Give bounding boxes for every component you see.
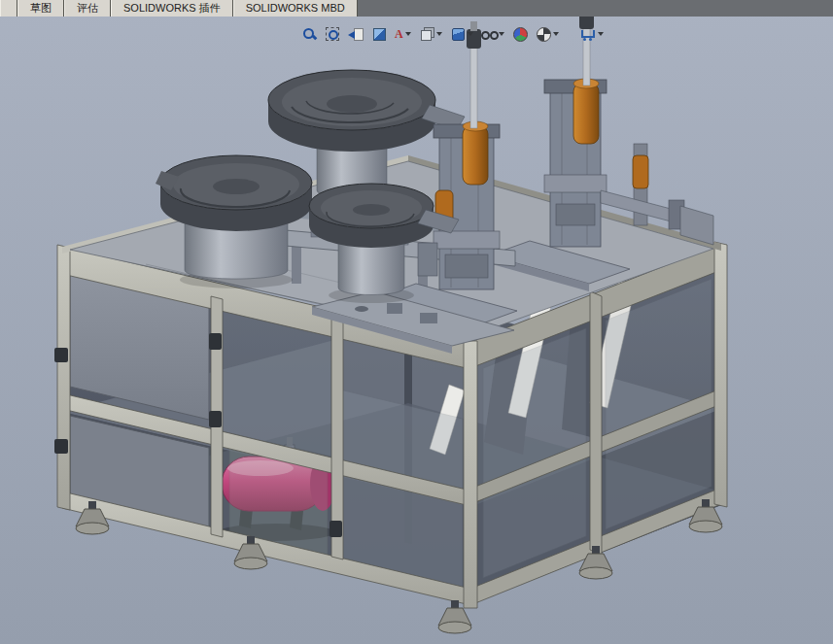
heads-up-toolbar: A — [299, 23, 606, 45]
display-style-icon[interactable] — [448, 23, 475, 45]
tab-label: 草图 — [30, 2, 52, 14]
dropdown-caret[interactable] — [598, 32, 604, 36]
dropdown-caret[interactable] — [499, 32, 504, 36]
icon-glyph — [481, 26, 497, 42]
zoom-fit-icon[interactable] — [299, 23, 319, 45]
zoom-area-icon[interactable] — [323, 23, 342, 45]
dropdown-caret[interactable] — [553, 32, 559, 36]
previous-view-icon[interactable] — [346, 23, 365, 45]
apply-scene-icon[interactable] — [534, 23, 561, 45]
dropdown-caret[interactable] — [436, 32, 442, 36]
hide-show-items-icon[interactable] — [479, 23, 506, 45]
solidworks-window: { "tab_bar": { "tabs": [ {"id": "sketch"… — [0, 0, 833, 644]
tab-stub[interactable] — [0, 0, 17, 17]
view-orientation-icon[interactable] — [417, 23, 444, 45]
edit-appearance-icon[interactable] — [510, 23, 530, 45]
annotation-views-icon[interactable]: A — [393, 23, 413, 45]
icon-glyph — [371, 26, 387, 42]
icon-glyph — [348, 26, 364, 42]
icon-glyph — [512, 26, 528, 42]
dropdown-caret[interactable] — [405, 32, 411, 36]
icon-glyph — [301, 26, 317, 42]
tab-sketch[interactable]: 草图 — [17, 0, 64, 17]
command-manager-tab-bar: 草图 评估 SOLIDWORKS 插件 SOLIDWORKS MBD — [0, 0, 833, 17]
icon-glyph — [450, 26, 466, 42]
icon-letter: A — [395, 26, 403, 42]
icon-glyph — [580, 26, 596, 42]
tab-solidworks-mbd[interactable]: SOLIDWORKS MBD — [233, 0, 358, 17]
tab-solidworks-addins[interactable]: SOLIDWORKS 插件 — [111, 0, 233, 17]
icon-glyph — [536, 26, 551, 42]
graphics-viewport[interactable] — [0, 0, 833, 644]
dropdown-caret[interactable] — [468, 32, 473, 36]
tab-evaluate[interactable]: 评估 — [64, 0, 111, 17]
tab-label: 评估 — [77, 2, 98, 14]
section-view-icon[interactable] — [369, 23, 389, 45]
tab-label: SOLIDWORKS 插件 — [123, 2, 221, 14]
icon-glyph — [419, 26, 434, 42]
cart-icon[interactable] — [578, 23, 606, 45]
icon-glyph — [325, 26, 340, 42]
tab-label: SOLIDWORKS MBD — [246, 2, 345, 14]
